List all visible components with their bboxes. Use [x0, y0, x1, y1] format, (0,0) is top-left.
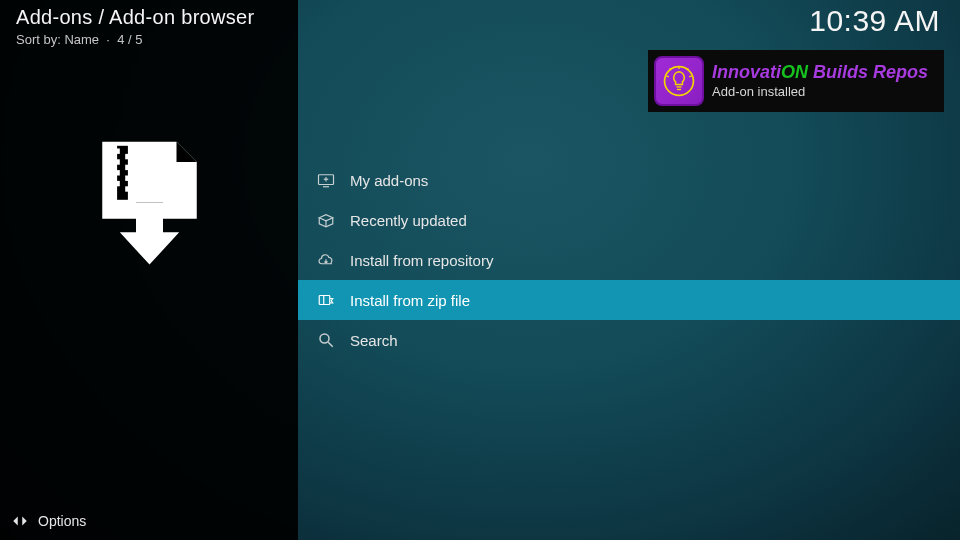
svg-rect-3 [114, 159, 119, 164]
menu-item-label: Recently updated [350, 212, 467, 229]
menu-item-recently-updated[interactable]: Recently updated [298, 200, 960, 240]
svg-line-22 [689, 76, 692, 77]
svg-rect-13 [319, 296, 330, 305]
svg-rect-2 [125, 154, 130, 159]
svg-rect-1 [114, 149, 119, 154]
svg-line-16 [328, 342, 333, 347]
svg-point-15 [320, 334, 329, 343]
zip-download-icon [82, 135, 217, 270]
lightbulb-icon [654, 56, 704, 106]
clock: 10:39 AM [809, 4, 940, 38]
breadcrumb: Add-ons / Add-on browser [16, 6, 254, 29]
svg-rect-6 [125, 176, 130, 181]
options-arrows-icon [10, 511, 30, 531]
position-indicator: 4 / 5 [117, 32, 142, 47]
sort-info: Sort by: Name · 4 / 5 [16, 32, 142, 47]
menu-item-my-addons[interactable]: My add-ons [298, 160, 960, 200]
toast-title: InnovatiON Builds Repos [712, 63, 940, 83]
svg-rect-7 [114, 181, 119, 186]
menu-item-label: Install from zip file [350, 292, 470, 309]
toast-title-part3: Builds Repos [808, 63, 928, 82]
menu-item-install-zip[interactable]: Install from zip file [298, 280, 960, 320]
toast-subtitle: Add-on installed [712, 84, 940, 99]
toast-title-part2: ON [781, 63, 808, 82]
sort-label: Sort by: Name [16, 32, 99, 47]
tv-plus-icon [316, 170, 336, 190]
svg-rect-5 [114, 170, 119, 175]
open-box-icon [316, 210, 336, 230]
toast-title-part1: Innovati [712, 63, 781, 82]
menu-list: My add-ons Recently updated Install from… [298, 160, 960, 360]
toast-body: InnovatiON Builds Repos Add-on installed [712, 63, 940, 100]
svg-rect-8 [125, 186, 130, 191]
menu-item-label: Search [350, 332, 398, 349]
sidebar-panel: Add-ons / Add-on browser Sort by: Name ·… [0, 0, 298, 540]
svg-rect-4 [125, 165, 130, 170]
menu-item-search[interactable]: Search [298, 320, 960, 360]
menu-item-label: Install from repository [350, 252, 493, 269]
menu-item-install-repository[interactable]: Install from repository [298, 240, 960, 280]
footer-options-label: Options [38, 513, 86, 529]
zip-package-icon [316, 290, 336, 310]
notification-toast: InnovatiON Builds Repos Add-on installed [648, 50, 944, 112]
search-icon [316, 330, 336, 350]
sort-separator: · [103, 32, 117, 47]
menu-item-label: My add-ons [350, 172, 428, 189]
footer-options[interactable]: Options [0, 502, 86, 540]
svg-line-21 [666, 76, 669, 77]
cloud-download-icon [316, 250, 336, 270]
